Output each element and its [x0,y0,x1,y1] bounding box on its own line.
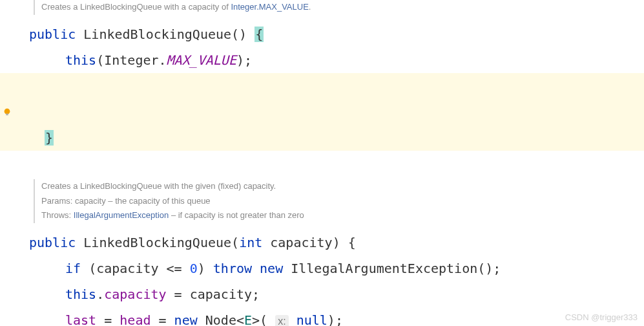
parameter-hint: x: [275,315,288,326]
param-name: capacity [262,235,332,250]
brace-open-highlight: { [254,27,264,42]
keyword-this: this [65,52,96,68]
keyword-if: if [65,261,81,276]
svg-rect-1 [6,113,8,115]
keyword-throw: throw [213,261,252,276]
keyword-new: new [260,261,283,276]
javadoc-throws: Throws: IllegalArgumentException – if ca… [41,208,644,223]
code-line[interactable]: last = head = new Node<E>( x: null); [0,307,644,326]
constant-maxvalue: MAX_VALUE [167,52,236,68]
keyword-public: public [29,27,76,42]
code-line[interactable]: public LinkedBlockingQueue() { [0,21,644,47]
javadoc-line: Creates a LinkedBlockingQueue with the g… [41,179,644,194]
code-line[interactable]: public LinkedBlockingQueue(int capacity)… [0,230,644,255]
keyword-int: int [239,235,262,250]
watermark-text: CSDN @trigger333 [565,312,638,322]
constructor-name: LinkedBlockingQueue [83,27,231,42]
javadoc-line: Creates a LinkedBlockingQueue with a cap… [41,0,644,15]
keyword-null: null [296,312,327,326]
javadoc-text: Creates a LinkedBlockingQueue with a cap… [41,2,231,12]
parens: () [231,27,247,42]
exception-type: IllegalArgumentException(); [283,261,501,276]
field-last: last [65,312,96,326]
type-node: Node [198,312,236,326]
javadoc-params: Params: capacity – the capacity of this … [41,194,644,209]
type-integer: Integer [104,52,158,68]
javadoc-block-1: Creates a LinkedBlockingQueue with a cap… [34,0,644,15]
javadoc-link[interactable]: IllegalArgumentException [74,210,169,220]
keyword-this: this [65,287,96,302]
generic-type: E [244,312,252,326]
keyword-new: new [174,312,198,326]
constructor-name: LinkedBlockingQueue [83,235,231,250]
javadoc-link[interactable]: Integer.MAX_VALUE [231,2,308,12]
keyword-public: public [29,235,76,250]
number-literal: 0 [190,261,198,276]
code-line[interactable]: this(Integer.MAX_VALUE); [0,47,644,73]
svg-point-0 [5,109,10,114]
field-capacity: capacity [104,287,166,302]
brace-close-highlight: } [45,130,54,146]
code-line[interactable]: if (capacity <= 0) throw new IllegalArgu… [0,255,644,281]
code-line-active[interactable]: } [0,73,644,151]
javadoc-block-2: Creates a LinkedBlockingQueue with the g… [34,179,644,223]
intention-bulb-icon[interactable] [3,107,12,116]
field-head: head [119,312,151,326]
javadoc-text: . [309,2,311,12]
code-line[interactable]: this.capacity = capacity; [0,281,644,307]
